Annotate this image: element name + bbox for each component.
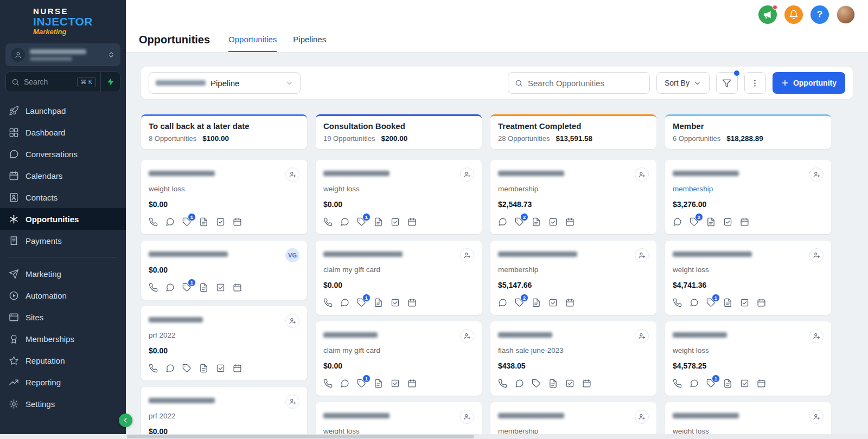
card-check-icon[interactable] [740, 379, 749, 388]
assign-follower-button[interactable] [460, 248, 474, 262]
opportunity-card[interactable]: weight loss [316, 402, 482, 439]
card-chat-icon[interactable] [340, 217, 349, 227]
assign-follower-button[interactable] [460, 410, 474, 424]
card-doc-icon[interactable] [199, 217, 208, 227]
card-phone-icon[interactable] [149, 364, 158, 373]
card-chat-icon[interactable] [673, 217, 682, 227]
card-doc-icon[interactable] [374, 379, 383, 388]
card-chat-icon[interactable] [340, 379, 349, 388]
sidebar-item-reputation[interactable]: Reputation [0, 350, 126, 371]
sidebar-item-conversations[interactable]: Conversations [0, 143, 126, 165]
card-phone-icon[interactable] [323, 217, 333, 227]
card-chat-icon[interactable] [690, 298, 699, 307]
opportunity-card[interactable]: membership $3,276.00 2 [665, 160, 831, 234]
card-check-icon[interactable] [216, 283, 225, 292]
opportunity-card[interactable]: weight loss $4,578.25 1 [665, 321, 831, 396]
user-avatar[interactable] [837, 5, 855, 24]
card-doc-icon[interactable] [706, 217, 716, 227]
sidebar-item-settings[interactable]: Settings [0, 393, 126, 415]
assign-follower-button[interactable] [635, 410, 649, 424]
card-calendar-icon[interactable] [407, 298, 417, 307]
sidebar-item-payments[interactable]: Payments [0, 230, 126, 251]
opportunity-search-input[interactable]: Search Opportunities [508, 72, 650, 94]
opportunity-card[interactable]: weight loss $0.00 1 [141, 160, 307, 234]
sidebar-item-reporting[interactable]: Reporting [0, 371, 126, 393]
card-doc-icon[interactable] [548, 379, 558, 388]
card-check-icon[interactable] [216, 364, 225, 373]
card-chat-icon[interactable] [340, 298, 349, 307]
card-calendar-icon[interactable] [757, 379, 766, 388]
sidebar-item-calendars[interactable]: Calendars [0, 165, 126, 186]
card-tag-icon[interactable]: 1 [706, 298, 716, 307]
card-check-icon[interactable] [216, 217, 225, 227]
sidebar-collapse-button[interactable] [119, 414, 132, 427]
card-calendar-icon[interactable] [565, 217, 575, 227]
opportunity-card[interactable]: claim my gift card $0.00 1 [316, 321, 482, 396]
card-doc-icon[interactable] [532, 217, 541, 227]
card-calendar-icon[interactable] [407, 217, 417, 227]
card-phone-icon[interactable] [498, 379, 507, 388]
assign-follower-button[interactable] [635, 167, 649, 182]
card-calendar-icon[interactable] [407, 379, 417, 388]
sort-by-button[interactable]: Sort By [656, 72, 710, 94]
card-doc-icon[interactable] [723, 379, 732, 388]
card-chat-icon[interactable] [165, 364, 175, 373]
opportunity-card[interactable]: weight loss $4,741.36 1 [665, 241, 831, 315]
quick-actions-button[interactable] [100, 72, 120, 92]
card-calendar-icon[interactable] [233, 364, 242, 373]
opportunity-card[interactable]: membership [490, 402, 656, 439]
opportunity-card[interactable]: prf 2022 $0.00 [141, 387, 307, 439]
card-doc-icon[interactable] [374, 298, 383, 307]
opportunity-card[interactable]: membership $5,147.66 2 [490, 241, 656, 315]
card-chat-icon[interactable] [690, 379, 699, 388]
sidebar-item-opportunities[interactable]: Opportunities [0, 208, 126, 230]
card-doc-icon[interactable] [374, 217, 383, 227]
scrollbar-thumb[interactable] [127, 435, 474, 438]
card-check-icon[interactable] [723, 217, 732, 227]
card-chat-icon[interactable] [498, 217, 507, 227]
assign-follower-button[interactable] [809, 167, 824, 182]
announcements-button[interactable] [758, 5, 777, 24]
sidebar-item-marketing[interactable]: Marketing [0, 263, 126, 285]
opportunity-card[interactable]: weight loss $0.00 1 [316, 160, 482, 234]
filter-button[interactable] [716, 72, 738, 94]
card-tag-icon[interactable]: 1 [182, 283, 192, 292]
card-check-icon[interactable] [391, 217, 400, 227]
card-tag-icon[interactable] [182, 364, 192, 373]
assign-follower-button[interactable] [809, 329, 824, 343]
card-check-icon[interactable] [391, 379, 400, 388]
help-button[interactable]: ? [810, 5, 829, 24]
sidebar-item-launchpad[interactable]: Launchpad [0, 100, 126, 121]
assign-follower-button[interactable] [285, 395, 299, 409]
card-phone-icon[interactable] [323, 379, 333, 388]
pipeline-select[interactable]: Pipeline [149, 72, 301, 94]
assign-follower-button[interactable] [285, 167, 299, 182]
card-tag-icon[interactable] [532, 379, 541, 388]
card-doc-icon[interactable] [532, 298, 541, 307]
opportunity-card[interactable]: VG $0.00 1 [141, 241, 307, 300]
card-doc-icon[interactable] [723, 298, 732, 307]
opportunity-card[interactable]: weight loss [665, 402, 831, 439]
card-phone-icon[interactable] [149, 283, 158, 292]
sidebar-item-sites[interactable]: Sites [0, 306, 126, 328]
opportunity-card[interactable]: claim my gift card $0.00 1 [316, 241, 482, 315]
opportunity-card[interactable]: membership $2,548.73 2 [490, 160, 656, 234]
card-tag-icon[interactable]: 1 [706, 379, 716, 388]
card-chat-icon[interactable] [165, 217, 175, 227]
sidebar-item-dashboard[interactable]: Dashboard [0, 121, 126, 143]
card-phone-icon[interactable] [149, 217, 158, 227]
assign-follower-button[interactable] [635, 329, 649, 343]
assign-follower-button[interactable] [809, 410, 824, 424]
assign-follower-button[interactable] [460, 167, 474, 182]
card-check-icon[interactable] [548, 298, 558, 307]
notifications-button[interactable] [784, 5, 803, 24]
account-switcher[interactable] [5, 43, 120, 66]
assigned-user-avatar[interactable]: VG [285, 248, 299, 262]
assign-follower-button[interactable] [809, 248, 824, 262]
card-tag-icon[interactable]: 1 [357, 379, 366, 388]
sidebar-search-input[interactable]: Search ⌘ K [5, 72, 120, 92]
card-calendar-icon[interactable] [740, 217, 749, 227]
card-tag-icon[interactable]: 2 [515, 217, 524, 227]
tab-pipelines[interactable]: Pipelines [293, 35, 326, 52]
card-check-icon[interactable] [391, 298, 400, 307]
